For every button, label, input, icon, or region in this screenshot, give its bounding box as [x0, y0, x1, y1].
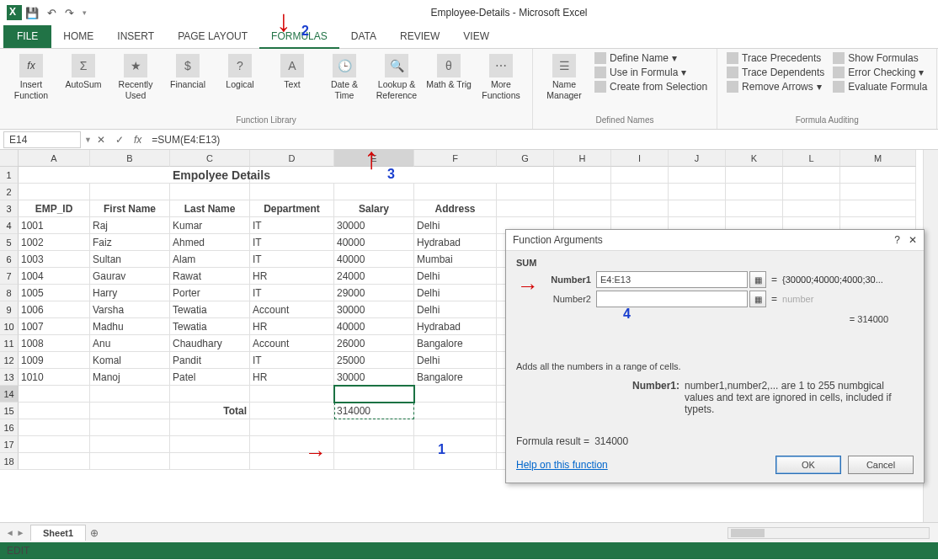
- cancel-icon[interactable]: ✕: [92, 134, 110, 146]
- row-header[interactable]: 7: [0, 268, 19, 285]
- cell[interactable]: [726, 200, 783, 217]
- ok-button[interactable]: OK: [775, 456, 841, 474]
- cell[interactable]: [250, 184, 334, 200]
- cell[interactable]: Pandit: [170, 352, 250, 369]
- cell[interactable]: 1007: [19, 318, 90, 335]
- cell[interactable]: [90, 453, 170, 470]
- number1-input[interactable]: E4:E13: [596, 271, 748, 288]
- cell[interactable]: 29000: [334, 285, 414, 301]
- cell[interactable]: [334, 453, 414, 470]
- column-header-F[interactable]: F: [414, 150, 497, 167]
- column-header-M[interactable]: M: [840, 150, 916, 167]
- cell[interactable]: [669, 167, 726, 184]
- row-header[interactable]: 10: [0, 318, 19, 335]
- cell[interactable]: [90, 386, 170, 403]
- column-header-L[interactable]: L: [783, 150, 840, 167]
- more-functions-button[interactable]: ⋯More Functions: [477, 51, 525, 103]
- cell[interactable]: [726, 167, 783, 184]
- cell[interactable]: 40000: [334, 251, 414, 268]
- show-formulas-button[interactable]: Show Formulas: [830, 51, 930, 65]
- row-header[interactable]: 14: [0, 386, 19, 403]
- cell[interactable]: Kumar: [170, 217, 250, 234]
- tab-view[interactable]: VIEW: [451, 25, 501, 48]
- cell[interactable]: 30000: [334, 301, 414, 318]
- tab-review[interactable]: REVIEW: [388, 25, 451, 48]
- sheet-nav[interactable]: ◄ ►: [0, 528, 30, 537]
- cell[interactable]: [414, 403, 497, 419]
- row-header[interactable]: 2: [0, 184, 19, 200]
- row-header[interactable]: 13: [0, 369, 19, 386]
- cell[interactable]: [669, 200, 726, 217]
- cell[interactable]: 24000: [334, 268, 414, 285]
- cell[interactable]: 30000: [334, 217, 414, 234]
- cell[interactable]: Alam: [170, 251, 250, 268]
- row-header[interactable]: 9: [0, 301, 19, 318]
- row-header[interactable]: 3: [0, 200, 19, 217]
- cell[interactable]: 1004: [19, 268, 90, 285]
- cell[interactable]: Madhu: [90, 318, 170, 335]
- column-header-G[interactable]: G: [497, 150, 554, 167]
- enter-icon[interactable]: ✓: [110, 134, 129, 146]
- column-header-A[interactable]: A: [19, 150, 90, 167]
- cell[interactable]: [414, 184, 497, 200]
- cell[interactable]: [726, 184, 783, 200]
- formula-input[interactable]: =SUM(E4:E13): [147, 131, 938, 148]
- row-header[interactable]: 1: [0, 167, 19, 184]
- cell[interactable]: Salary: [334, 200, 414, 217]
- row-header[interactable]: 12: [0, 352, 19, 369]
- tab-file[interactable]: FILE: [3, 25, 51, 48]
- cell[interactable]: IT: [250, 217, 334, 234]
- cell[interactable]: [497, 184, 554, 200]
- cell[interactable]: [19, 386, 90, 403]
- cell[interactable]: IT: [250, 352, 334, 369]
- column-header-C[interactable]: C: [170, 150, 250, 167]
- cell[interactable]: Tewatia: [170, 301, 250, 318]
- cell[interactable]: [783, 200, 840, 217]
- autosum-button[interactable]: ΣAutoSum: [59, 51, 108, 93]
- cell[interactable]: 1009: [19, 352, 90, 369]
- cell[interactable]: 1006: [19, 301, 90, 318]
- cell[interactable]: Bangalore: [414, 369, 497, 386]
- cell[interactable]: First Name: [90, 200, 170, 217]
- cell[interactable]: Mumbai: [414, 251, 497, 268]
- cell[interactable]: Empolyee Details: [170, 167, 250, 184]
- tab-page-layout[interactable]: PAGE LAYOUT: [166, 25, 259, 48]
- row-header[interactable]: 15: [0, 403, 19, 419]
- cell[interactable]: [250, 419, 334, 436]
- cell[interactable]: [90, 419, 170, 436]
- cell[interactable]: Raj: [90, 217, 170, 234]
- cell[interactable]: [334, 419, 414, 436]
- cell[interactable]: [90, 167, 170, 184]
- cell[interactable]: [334, 436, 414, 453]
- column-header-K[interactable]: K: [726, 150, 783, 167]
- cell[interactable]: 1005: [19, 285, 90, 301]
- sheet-tab-sheet1[interactable]: Sheet1: [30, 525, 86, 541]
- cell[interactable]: [783, 184, 840, 200]
- cell[interactable]: 40000: [334, 234, 414, 251]
- recently-used-button[interactable]: ★Recently Used: [111, 51, 160, 103]
- cell[interactable]: 1003: [19, 251, 90, 268]
- cell[interactable]: Bangalore: [414, 335, 497, 352]
- name-manager-button[interactable]: ☰Name Manager: [540, 51, 589, 103]
- cell[interactable]: [414, 453, 497, 470]
- lookup-button[interactable]: 🔍Lookup & Reference: [372, 51, 421, 103]
- close-icon[interactable]: ✕: [909, 234, 917, 246]
- cell[interactable]: [840, 167, 916, 184]
- cell[interactable]: [90, 184, 170, 200]
- cell[interactable]: Address: [414, 200, 497, 217]
- tab-data[interactable]: DATA: [339, 25, 388, 48]
- cell[interactable]: IT: [250, 251, 334, 268]
- cell[interactable]: Delhi: [414, 268, 497, 285]
- row-header[interactable]: 11: [0, 335, 19, 352]
- date-time-button[interactable]: 🕒Date & Time: [320, 51, 369, 103]
- cell[interactable]: Varsha: [90, 301, 170, 318]
- row-header[interactable]: 18: [0, 453, 19, 470]
- cell[interactable]: [170, 419, 250, 436]
- use-in-formula-button[interactable]: Use in Formula ▾: [592, 66, 710, 79]
- cell[interactable]: [611, 200, 669, 217]
- cell[interactable]: [840, 184, 916, 200]
- cell[interactable]: 40000: [334, 318, 414, 335]
- trace-dependents-button[interactable]: Trace Dependents: [724, 66, 827, 79]
- cell[interactable]: Patel: [170, 369, 250, 386]
- cell[interactable]: [334, 386, 414, 403]
